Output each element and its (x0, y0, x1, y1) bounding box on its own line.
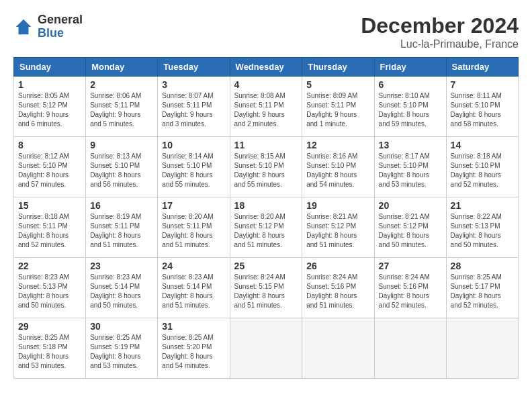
day-info: Sunrise: 8:18 AM Sunset: 5:11 PM Dayligh… (18, 212, 81, 250)
table-row: 12Sunrise: 8:16 AM Sunset: 5:10 PM Dayli… (302, 137, 374, 197)
day-number: 11 (234, 140, 298, 150)
table-row: 9Sunrise: 8:13 AM Sunset: 5:10 PM Daylig… (86, 137, 158, 197)
day-number: 16 (90, 200, 153, 211)
day-info: Sunrise: 8:24 AM Sunset: 5:16 PM Dayligh… (306, 273, 369, 310)
day-info: Sunrise: 8:15 AM Sunset: 5:10 PM Dayligh… (234, 152, 298, 189)
table-row: 1Sunrise: 8:05 AM Sunset: 5:12 PM Daylig… (14, 77, 86, 137)
day-number: 19 (306, 200, 369, 211)
calendar-week-row: 15Sunrise: 8:18 AM Sunset: 5:11 PM Dayli… (14, 197, 519, 258)
table-row: 29Sunrise: 8:25 AM Sunset: 5:18 PM Dayli… (14, 318, 86, 379)
day-info: Sunrise: 8:07 AM Sunset: 5:11 PM Dayligh… (162, 91, 225, 129)
day-number: 7 (451, 79, 514, 90)
logo-blue-text: Blue (38, 27, 83, 40)
calendar-table: Sunday Monday Tuesday Wednesday Thursday… (13, 57, 519, 379)
table-row: 13Sunrise: 8:17 AM Sunset: 5:10 PM Dayli… (374, 137, 446, 197)
day-info: Sunrise: 8:25 AM Sunset: 5:19 PM Dayligh… (90, 333, 153, 371)
logo-text: General Blue (38, 13, 83, 40)
day-info: Sunrise: 8:12 AM Sunset: 5:10 PM Dayligh… (18, 152, 81, 189)
day-info: Sunrise: 8:23 AM Sunset: 5:14 PM Dayligh… (90, 273, 153, 310)
calendar-week-row: 22Sunrise: 8:23 AM Sunset: 5:13 PM Dayli… (14, 258, 519, 318)
col-monday: Monday (86, 58, 158, 77)
day-info: Sunrise: 8:13 AM Sunset: 5:10 PM Dayligh… (90, 152, 153, 189)
table-row: 15Sunrise: 8:18 AM Sunset: 5:11 PM Dayli… (14, 197, 86, 258)
logo-general-text: General (38, 13, 83, 27)
day-info: Sunrise: 8:14 AM Sunset: 5:10 PM Dayligh… (162, 152, 225, 189)
day-info: Sunrise: 8:20 AM Sunset: 5:11 PM Dayligh… (162, 212, 225, 250)
day-info: Sunrise: 8:10 AM Sunset: 5:10 PM Dayligh… (379, 91, 442, 129)
table-row (230, 318, 302, 379)
day-number: 25 (234, 261, 298, 271)
table-row: 23Sunrise: 8:23 AM Sunset: 5:14 PM Dayli… (86, 258, 158, 318)
table-row: 28Sunrise: 8:25 AM Sunset: 5:17 PM Dayli… (446, 258, 518, 318)
day-number: 22 (18, 261, 81, 271)
day-info: Sunrise: 8:24 AM Sunset: 5:15 PM Dayligh… (234, 273, 298, 310)
day-number: 6 (379, 79, 442, 90)
table-row: 8Sunrise: 8:12 AM Sunset: 5:10 PM Daylig… (14, 137, 86, 197)
day-info: Sunrise: 8:06 AM Sunset: 5:11 PM Dayligh… (90, 91, 153, 129)
day-info: Sunrise: 8:25 AM Sunset: 5:17 PM Dayligh… (451, 273, 514, 310)
calendar-header-row: Sunday Monday Tuesday Wednesday Thursday… (14, 58, 519, 77)
day-info: Sunrise: 8:17 AM Sunset: 5:10 PM Dayligh… (379, 152, 442, 189)
day-number: 10 (162, 140, 225, 150)
table-row: 14Sunrise: 8:18 AM Sunset: 5:10 PM Dayli… (446, 137, 518, 197)
day-info: Sunrise: 8:22 AM Sunset: 5:13 PM Dayligh… (451, 212, 514, 250)
day-number: 18 (234, 200, 298, 211)
title-section: December 2024 Luc-la-Primaube, France (361, 13, 519, 50)
table-row: 20Sunrise: 8:21 AM Sunset: 5:12 PM Dayli… (374, 197, 446, 258)
table-row: 27Sunrise: 8:24 AM Sunset: 5:16 PM Dayli… (374, 258, 446, 318)
table-row: 4Sunrise: 8:08 AM Sunset: 5:11 PM Daylig… (230, 77, 302, 137)
day-info: Sunrise: 8:18 AM Sunset: 5:10 PM Dayligh… (451, 152, 514, 189)
page-header: General Blue December 2024 Luc-la-Primau… (13, 13, 519, 50)
table-row: 24Sunrise: 8:23 AM Sunset: 5:14 PM Dayli… (158, 258, 230, 318)
day-number: 13 (379, 140, 442, 150)
col-tuesday: Tuesday (158, 58, 230, 77)
day-number: 15 (18, 200, 81, 211)
col-thursday: Thursday (302, 58, 374, 77)
day-number: 1 (18, 79, 81, 90)
table-row: 25Sunrise: 8:24 AM Sunset: 5:15 PM Dayli… (230, 258, 302, 318)
table-row (374, 318, 446, 379)
table-row: 5Sunrise: 8:09 AM Sunset: 5:11 PM Daylig… (302, 77, 374, 137)
table-row (302, 318, 374, 379)
day-info: Sunrise: 8:23 AM Sunset: 5:13 PM Dayligh… (18, 273, 81, 310)
table-row: 31Sunrise: 8:25 AM Sunset: 5:20 PM Dayli… (158, 318, 230, 379)
calendar-week-row: 1Sunrise: 8:05 AM Sunset: 5:12 PM Daylig… (14, 77, 519, 137)
day-number: 20 (379, 200, 442, 211)
month-year-title: December 2024 (361, 13, 519, 38)
day-info: Sunrise: 8:16 AM Sunset: 5:10 PM Dayligh… (306, 152, 369, 189)
day-number: 5 (306, 79, 369, 90)
col-friday: Friday (374, 58, 446, 77)
table-row: 3Sunrise: 8:07 AM Sunset: 5:11 PM Daylig… (158, 77, 230, 137)
table-row: 16Sunrise: 8:19 AM Sunset: 5:11 PM Dayli… (86, 197, 158, 258)
day-info: Sunrise: 8:23 AM Sunset: 5:14 PM Dayligh… (162, 273, 225, 310)
svg-marker-0 (16, 19, 32, 35)
day-info: Sunrise: 8:19 AM Sunset: 5:11 PM Dayligh… (90, 212, 153, 250)
table-row: 2Sunrise: 8:06 AM Sunset: 5:11 PM Daylig… (86, 77, 158, 137)
day-number: 30 (90, 321, 153, 332)
day-number: 2 (90, 79, 153, 90)
day-number: 12 (306, 140, 369, 150)
location-text: Luc-la-Primaube, France (361, 38, 519, 50)
day-number: 31 (162, 321, 225, 332)
table-row: 18Sunrise: 8:20 AM Sunset: 5:12 PM Dayli… (230, 197, 302, 258)
table-row: 30Sunrise: 8:25 AM Sunset: 5:19 PM Dayli… (86, 318, 158, 379)
logo-icon (13, 17, 34, 37)
day-info: Sunrise: 8:21 AM Sunset: 5:12 PM Dayligh… (379, 212, 442, 250)
table-row: 10Sunrise: 8:14 AM Sunset: 5:10 PM Dayli… (158, 137, 230, 197)
table-row: 26Sunrise: 8:24 AM Sunset: 5:16 PM Dayli… (302, 258, 374, 318)
day-info: Sunrise: 8:21 AM Sunset: 5:12 PM Dayligh… (306, 212, 369, 250)
table-row: 17Sunrise: 8:20 AM Sunset: 5:11 PM Dayli… (158, 197, 230, 258)
day-number: 28 (451, 261, 514, 271)
day-info: Sunrise: 8:08 AM Sunset: 5:11 PM Dayligh… (234, 91, 298, 129)
day-number: 4 (234, 79, 298, 90)
logo: General Blue (13, 13, 83, 40)
day-info: Sunrise: 8:25 AM Sunset: 5:20 PM Dayligh… (162, 333, 225, 371)
day-number: 26 (306, 261, 369, 271)
day-info: Sunrise: 8:24 AM Sunset: 5:16 PM Dayligh… (379, 273, 442, 310)
table-row: 7Sunrise: 8:11 AM Sunset: 5:10 PM Daylig… (446, 77, 518, 137)
calendar-week-row: 8Sunrise: 8:12 AM Sunset: 5:10 PM Daylig… (14, 137, 519, 197)
table-row: 21Sunrise: 8:22 AM Sunset: 5:13 PM Dayli… (446, 197, 518, 258)
day-number: 8 (18, 140, 81, 150)
day-number: 27 (379, 261, 442, 271)
day-info: Sunrise: 8:05 AM Sunset: 5:12 PM Dayligh… (18, 91, 81, 129)
